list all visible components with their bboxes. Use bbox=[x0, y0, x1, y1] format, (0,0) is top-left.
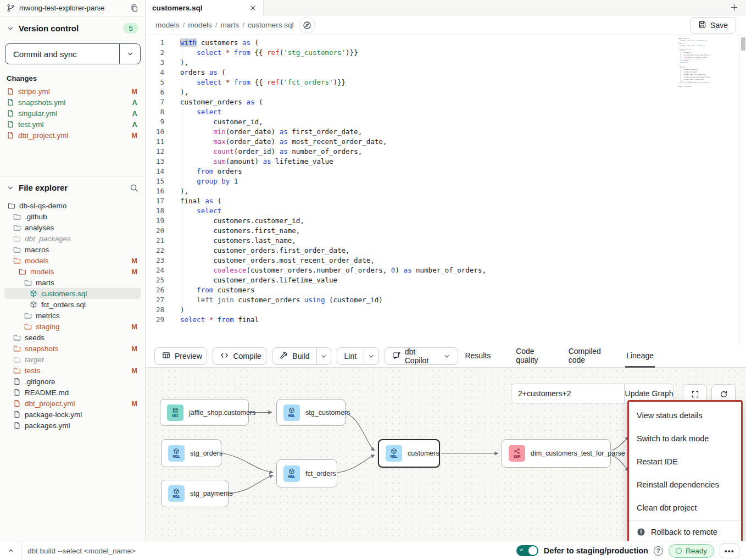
line-number: 19 bbox=[146, 216, 164, 226]
menu-item-view-status-details[interactable]: View status details bbox=[629, 404, 741, 427]
file-icon bbox=[13, 400, 21, 407]
tree-item-analyses[interactable]: analyses bbox=[4, 222, 141, 233]
tree-item-dbt-packages[interactable]: dbt_packages bbox=[4, 233, 141, 244]
editor-scrollbar[interactable] bbox=[739, 35, 746, 345]
project-name: mwong-test-explorer-parse bbox=[19, 4, 104, 12]
dbt-copilot-button[interactable]: dbt Copilot bbox=[385, 347, 459, 365]
tree-item-seeds[interactable]: seeds bbox=[4, 332, 141, 343]
tab-compiled-code[interactable]: Compiled code bbox=[567, 345, 602, 368]
change-item[interactable]: stripe.ymlM bbox=[0, 86, 145, 97]
line-number: 8 bbox=[146, 107, 164, 117]
tree-item-name: fct_orders.sql bbox=[41, 301, 86, 309]
tree-item-metrics[interactable]: metrics bbox=[4, 310, 141, 321]
file-icon bbox=[7, 131, 14, 139]
tree-item-staging[interactable]: stagingM bbox=[4, 321, 141, 332]
tab-lineage[interactable]: Lineage bbox=[625, 345, 655, 368]
lineage-node-stg-orders[interactable]: MDLstg_orders bbox=[161, 439, 221, 467]
tree-item-dbt-project-yml[interactable]: dbt_project.ymlM bbox=[4, 398, 141, 409]
tree-item-marts[interactable]: marts bbox=[4, 277, 141, 288]
tree-item-packages-yml[interactable]: packages.yml bbox=[4, 420, 141, 431]
tabstrip-rest bbox=[264, 0, 746, 15]
chevron-down-icon[interactable] bbox=[7, 184, 14, 192]
menu-item-switch-to-dark-mode[interactable]: Switch to dark mode bbox=[629, 427, 741, 450]
breadcrumb-part[interactable]: marts bbox=[221, 21, 240, 29]
lineage-node-customers[interactable]: MDLcustomers bbox=[378, 439, 440, 468]
tree-item-macros[interactable]: macros bbox=[4, 244, 141, 255]
tree-item-name: staging bbox=[36, 323, 60, 331]
lineage-node-dim-customers-test-for-parse[interactable]: SEMdim_customers_test_for_parse bbox=[502, 439, 611, 468]
tab-code-quality[interactable]: Code quality bbox=[515, 345, 544, 368]
file-icon bbox=[7, 98, 14, 106]
tree-item-name: analyses bbox=[25, 224, 54, 232]
tree-item-models[interactable]: modelsM bbox=[4, 255, 141, 266]
code-line: min(order_date) as first_order_date, bbox=[180, 127, 746, 137]
breadcrumb-part[interactable]: models bbox=[188, 21, 212, 29]
help-icon[interactable]: ? bbox=[654, 546, 663, 556]
menu-item-rollback-to-remote[interactable]: Rollback to remote bbox=[629, 521, 741, 541]
change-status-letter: A bbox=[132, 109, 137, 118]
save-button[interactable]: Save bbox=[690, 17, 736, 34]
change-item[interactable]: snapshots.ymlA bbox=[0, 97, 145, 108]
expand-command-bar-chevron[interactable] bbox=[0, 541, 22, 560]
build-button[interactable]: Build bbox=[272, 347, 331, 365]
tab-results[interactable]: Results bbox=[464, 345, 492, 368]
code-editor[interactable]: 1234567891011121314151617181920212223242… bbox=[146, 35, 746, 345]
lineage-node-stg-payments[interactable]: MDLstg_payments bbox=[161, 480, 229, 507]
breadcrumb-part[interactable]: customers.sql bbox=[248, 21, 293, 29]
git-branch-icon bbox=[7, 4, 15, 12]
tree-item-models[interactable]: modelsM bbox=[4, 266, 141, 277]
chevron-down-icon[interactable] bbox=[7, 25, 14, 32]
line-number: 18 bbox=[146, 206, 164, 216]
code-line: customers.last_name, bbox=[180, 236, 746, 246]
tree-item-readme-md[interactable]: README.md bbox=[4, 387, 141, 398]
menu-item-reinstall-dependencies[interactable]: Reinstall dependencies bbox=[629, 473, 741, 496]
tree-item-snapshots[interactable]: snapshotsM bbox=[4, 343, 141, 354]
preview-button[interactable]: Preview bbox=[154, 347, 207, 365]
change-item[interactable]: test.ymlA bbox=[0, 119, 145, 130]
tree-item-fct-orders-sql[interactable]: fct_orders.sql bbox=[4, 299, 141, 310]
copy-icon[interactable] bbox=[130, 4, 138, 12]
close-icon[interactable] bbox=[249, 4, 257, 12]
new-tab-plus-icon[interactable] bbox=[730, 3, 738, 12]
defer-toggle[interactable] bbox=[516, 545, 538, 556]
chevron-down-icon[interactable] bbox=[316, 348, 330, 364]
tab-customers-sql[interactable]: customers.sql bbox=[146, 0, 264, 15]
code-line: final as ( bbox=[180, 196, 746, 206]
commit-options-chevron[interactable] bbox=[119, 44, 140, 64]
sem-badge-icon: SEM bbox=[509, 445, 525, 462]
lineage-node-jaffle-shop-customers[interactable]: SRCjaffle_shop.customers bbox=[160, 399, 249, 426]
tree-item-name: models bbox=[30, 268, 54, 276]
chevron-down-icon[interactable] bbox=[364, 348, 378, 364]
lineage-node-fct-orders[interactable]: MDLfct_orders bbox=[276, 459, 337, 487]
tree-item-db-sl-qs-demo[interactable]: db-sl-qs-demo bbox=[4, 200, 141, 211]
tree-item-customers-sql[interactable]: customers.sql bbox=[4, 288, 141, 299]
tree-item-tests[interactable]: testsM bbox=[4, 365, 141, 376]
lineage-search-input[interactable] bbox=[511, 384, 624, 403]
tree-item--gitignore[interactable]: .gitignore bbox=[4, 376, 141, 387]
compile-button[interactable]: Compile bbox=[213, 347, 266, 365]
explore-compass-button[interactable] bbox=[299, 17, 315, 34]
change-item[interactable]: dbt_project.ymlM bbox=[0, 130, 145, 141]
folder-icon bbox=[24, 323, 32, 330]
search-icon[interactable] bbox=[130, 184, 138, 192]
more-options-button[interactable]: ••• bbox=[720, 544, 739, 558]
save-label: Save bbox=[710, 21, 728, 30]
minimap[interactable]: with customers as ( select * from {{ ref… bbox=[678, 38, 710, 87]
tree-item-name: target bbox=[25, 356, 44, 364]
line-number: 7 bbox=[146, 97, 164, 107]
lineage-node-stg-customers[interactable]: MDLstg_customers bbox=[276, 399, 346, 426]
lint-button[interactable]: Lint bbox=[337, 347, 379, 365]
change-item[interactable]: singular.ymlA bbox=[0, 108, 145, 119]
code-area[interactable]: with customers as ( select * from {{ ref… bbox=[173, 35, 746, 345]
tree-item--github[interactable]: .github bbox=[4, 211, 141, 222]
scrollbar-thumb[interactable] bbox=[741, 37, 745, 51]
commit-and-sync-label: Commit and sync bbox=[5, 44, 119, 64]
menu-item-restart-ide[interactable]: Restart IDE bbox=[629, 450, 741, 473]
folder-icon bbox=[13, 345, 21, 352]
tree-item-package-lock-yml[interactable]: package-lock.yml bbox=[4, 409, 141, 420]
command-placeholder[interactable]: dbt build --select <model_name> bbox=[27, 547, 136, 555]
commit-and-sync-button[interactable]: Commit and sync bbox=[5, 43, 141, 64]
tree-item-target[interactable]: target bbox=[4, 354, 141, 365]
breadcrumb-part[interactable]: models bbox=[155, 21, 180, 29]
menu-item-clean-dbt-project[interactable]: Clean dbt project bbox=[629, 496, 741, 519]
